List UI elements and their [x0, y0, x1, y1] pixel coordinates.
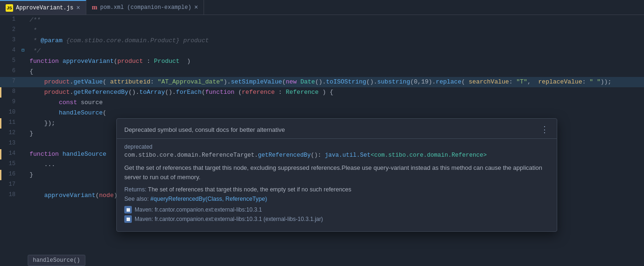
line-number-16: 16 — [0, 170, 21, 177]
line-content-10: handleSource( — [28, 108, 644, 118]
code-line-7: 7 product.getValue( attributeid: "AT_App… — [0, 77, 644, 87]
tooltip-description: Get the set of references that target th… — [124, 163, 549, 182]
code-line-9: 9 const source — [0, 98, 644, 108]
tooltip-menu-icon[interactable]: ⋮ — [540, 124, 549, 135]
code-line-1: 1/** — [0, 15, 644, 25]
line-number-12: 12 — [0, 129, 21, 136]
tooltip-deprecated-label: deprecated — [124, 144, 549, 150]
line-number-9: 9 — [0, 98, 21, 105]
maven-icon-2: ▦ — [124, 215, 132, 223]
code-line-4: 4⊟ */ — [0, 46, 644, 56]
bottom-function-hint: handleSource() — [28, 255, 85, 266]
tooltip-popup: Deprecated symbol used, consult docs for… — [116, 118, 557, 232]
line-number-11: 11 — [0, 118, 21, 126]
maven2-label: Maven: fr.cantor.companion.ext:external-… — [135, 216, 323, 222]
line-content-8: product.getReferencedBy().toArray().forE… — [28, 87, 644, 98]
see-also-link[interactable]: #queryReferencedBy(Class, ReferenceType) — [151, 196, 267, 202]
maven-icon-1: ▦ — [124, 206, 132, 213]
tooltip-header: Deprecated symbol used, consult docs for… — [117, 119, 557, 139]
tooltip-body: deprecated com.stibo.core.domain.Referen… — [117, 139, 557, 231]
line-number-18: 18 — [0, 190, 21, 198]
tooltip-signature: com.stibo.core.domain.ReferenceTarget.ge… — [124, 152, 549, 159]
maven1-label: Maven: fr.cantor.companion.ext:external-… — [135, 206, 262, 213]
tab-pomxml[interactable]: m pom.xml (companion-example) × — [86, 0, 205, 15]
yellow-bar — [0, 87, 1, 98]
tab-bar: JS ApproveVariant.js × m pom.xml (compan… — [0, 0, 644, 15]
tab-approvevariant[interactable]: JS ApproveVariant.js × — [0, 0, 86, 15]
tooltip-returns: Returns: The set of references that targ… — [124, 186, 549, 193]
line-number-17: 17 — [0, 180, 21, 188]
tab-approvevariant-close[interactable]: × — [76, 5, 80, 11]
line-number-8: 8 — [0, 87, 21, 95]
line-number-3: 3 — [0, 36, 21, 43]
tooltip-maven1: ▦ Maven: fr.cantor.companion.ext:externa… — [124, 206, 549, 213]
code-line-2: 2 * — [0, 25, 644, 36]
tooltip-see-also: See also: #queryReferencedBy(Class, Refe… — [124, 196, 549, 202]
code-line-5: 5function approveVariant(product : Produ… — [0, 56, 644, 67]
tab-approvevariant-label: ApproveVariant.js — [16, 5, 73, 11]
sig-class: com.stibo.core.domain.ReferenceTarget. — [124, 152, 258, 159]
see-also-label: See also: — [124, 196, 149, 202]
line-number-14: 14 — [0, 149, 21, 157]
code-line-3: 3 * @param {com.stibo.core.domain.Produc… — [0, 36, 644, 46]
line-content-7: product.getValue( attributeid: "AT_Appro… — [28, 77, 644, 87]
line-number-13: 13 — [0, 139, 21, 146]
line-number-1: 1 — [0, 15, 21, 23]
line-number-6: 6 — [0, 67, 21, 74]
tooltip-returns-text: The set of references that target this n… — [148, 186, 352, 193]
line-content-5: function approveVariant(product : Produc… — [28, 56, 644, 67]
sig-method: getReferencedBy — [258, 152, 311, 159]
fold-marker-4[interactable]: ⊟ — [22, 47, 24, 53]
line-number-2: 2 — [0, 25, 21, 33]
line-content-4: */ — [28, 46, 644, 56]
line-number-4: 4 — [0, 46, 21, 53]
line-number-10: 10 — [0, 108, 21, 115]
tooltip-maven2: ▦ Maven: fr.cantor.companion.ext:externa… — [124, 215, 549, 223]
yellow-bar — [0, 118, 1, 129]
tooltip-returns-label: Returns: — [124, 186, 146, 193]
line-number-7: 7 — [0, 77, 21, 84]
line-number-5: 5 — [0, 56, 21, 64]
tab-pomxml-label: pom.xml (companion-example) — [100, 4, 191, 11]
line-content-3: * @param {com.stibo.core.domain.Product}… — [28, 36, 644, 46]
editor-area: 1/**2 *3 * @param {com.stibo.core.domain… — [0, 15, 644, 266]
code-line-10: 10 handleSource( — [0, 108, 644, 118]
code-line-6: 6{ — [0, 67, 644, 77]
js-icon: JS — [6, 4, 13, 12]
line-content-9: const source — [28, 98, 644, 108]
line-content-1: /** — [28, 15, 644, 25]
yellow-bar — [0, 170, 1, 180]
tooltip-title: Deprecated symbol used, consult docs for… — [124, 126, 285, 133]
code-line-8: 8 product.getReferencedBy().toArray().fo… — [0, 87, 644, 98]
line-number-15: 15 — [0, 160, 21, 167]
line-content-2: * — [28, 25, 644, 36]
tab-pomxml-close[interactable]: × — [194, 4, 198, 11]
line-content-6: { — [28, 67, 644, 77]
yellow-bar — [0, 149, 1, 160]
xml-icon: m — [92, 4, 98, 11]
